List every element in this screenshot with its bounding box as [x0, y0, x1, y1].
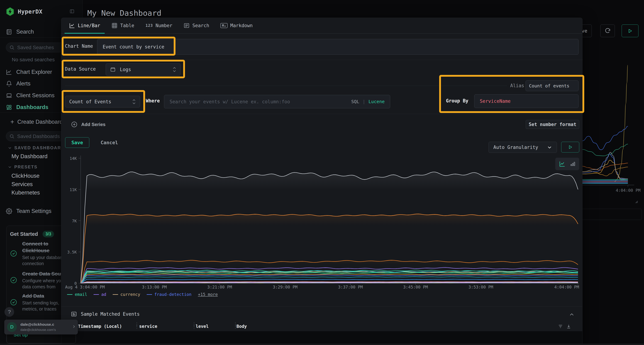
mode-separator: |	[362, 99, 365, 104]
sample-matched-events-title: Sample Matched Events	[81, 311, 140, 317]
legend-more-link[interactable]: +15 more	[198, 292, 218, 297]
legend-label: fraud-detection	[154, 292, 192, 297]
svg-text:3:45:00 PM: 3:45:00 PM	[403, 285, 428, 289]
legend-item-ad[interactable]: ad	[94, 292, 106, 297]
aggregation-value: Count of Events	[69, 99, 111, 104]
background-chart-time-label: 4:04:00 PM	[616, 188, 640, 193]
data-source-label: Data Source	[65, 66, 96, 72]
chevron-down-icon	[547, 145, 552, 150]
svg-text:3:21:00 PM: 3:21:00 PM	[207, 285, 232, 289]
tab-label: Markdown	[230, 23, 252, 28]
chevron-up-icon[interactable]	[569, 312, 574, 317]
plus-circle-icon	[71, 121, 78, 128]
add-series-label: Add Series	[81, 122, 106, 127]
run-chart-button[interactable]	[561, 142, 579, 152]
chart-name-label: Chart Name	[65, 43, 93, 49]
alias-value: Count of events	[529, 83, 570, 88]
logs-icon	[110, 67, 116, 72]
sql-mode-toggle[interactable]: SQL	[351, 99, 359, 104]
set-number-format-button[interactable]: Set number format	[526, 120, 579, 129]
where-label: Where	[146, 98, 160, 103]
cancel-button[interactable]: Cancel	[95, 137, 124, 148]
chart-name-input[interactable]: Event count by service	[97, 39, 578, 55]
svg-text:Aug 4 3:04:00 PM: Aug 4 3:04:00 PM	[65, 285, 105, 289]
column-settings-icon[interactable]	[558, 324, 563, 329]
help-label: ?	[8, 309, 11, 315]
column-separator: ⋮⋮	[192, 323, 196, 328]
svg-text:3:53:00 PM: 3:53:00 PM	[468, 285, 493, 289]
download-icon[interactable]	[566, 324, 571, 329]
column-header-service[interactable]: service	[139, 324, 157, 329]
group-by-label: Group By	[446, 98, 468, 103]
screen: My New Dashboard Save 4:04:00 PM HyperDX…	[0, 0, 644, 345]
tab-search[interactable]: Search	[179, 18, 214, 33]
tab-label: Line/Bar	[78, 23, 100, 28]
tile-resize-handle[interactable]	[635, 200, 638, 204]
svg-text:11K: 11K	[70, 188, 77, 192]
chart-editor-panel: Line/BarTable123NumberSearchM↓Markdown C…	[61, 18, 582, 345]
legend-item-currency[interactable]: currency	[113, 292, 140, 297]
chart-legend: emailadcurrencyfraud-detection+15 more	[67, 292, 218, 297]
group-by-input[interactable]: ServiceName	[474, 94, 578, 108]
add-series-button[interactable]: Add Series	[71, 121, 106, 128]
tab-label: Search	[192, 23, 209, 28]
svg-text:7K: 7K	[72, 219, 77, 223]
tab-label: Number	[156, 23, 172, 28]
divider	[61, 307, 582, 307]
user-subtitle: dale@clickhouse.com's	[20, 328, 56, 332]
legend-label: ad	[101, 292, 106, 297]
save-button[interactable]: Save	[65, 137, 89, 148]
list-icon	[71, 311, 77, 317]
avatar: D	[7, 322, 17, 332]
legend-item-email[interactable]: email	[67, 292, 87, 297]
data-source-value: Logs	[120, 67, 131, 72]
help-button[interactable]: ?	[4, 307, 14, 317]
tab-table[interactable]: Table	[107, 18, 139, 33]
granularity-select[interactable]: Auto Granularity	[488, 142, 557, 153]
column-header-body[interactable]: Body	[236, 324, 247, 329]
svg-text:14K: 14K	[70, 156, 77, 161]
granularity-value: Auto Granularity	[494, 145, 538, 150]
user-menu[interactable]: D dale@clickhouse.c dale@clickhouse.com'…	[4, 320, 78, 335]
group-by-value: ServiceName	[480, 98, 510, 104]
tab-label: Table	[120, 23, 134, 28]
select-chevrons-icon	[172, 66, 176, 73]
events-table-body	[61, 331, 582, 345]
column-header-timestamp-local-[interactable]: Timestamp (Local)	[78, 324, 122, 329]
divider	[61, 60, 583, 60]
legend-label: currency	[120, 292, 140, 297]
markdown-icon: M↓	[220, 23, 228, 28]
column-separator: ⋮⋮	[233, 323, 238, 328]
svg-text:3.5K: 3.5K	[67, 250, 77, 254]
chart-line-icon	[69, 22, 75, 28]
column-separator: ⋮⋮	[134, 323, 139, 328]
event-count-chart: 14K11K7K3.5K0Aug 4 3:04:00 PM3:13:00 PM3…	[61, 154, 583, 295]
legend-label: email	[75, 292, 87, 297]
tab-number[interactable]: 123Number	[141, 18, 177, 33]
number-123-icon: 123	[146, 23, 153, 28]
legend-item-fraud-detection[interactable]: fraud-detection	[147, 292, 192, 297]
legend-swatch	[147, 294, 152, 295]
alias-input[interactable]: Count of events	[526, 80, 578, 91]
data-source-select[interactable]: Logs	[106, 63, 180, 76]
sample-matched-events-header[interactable]: Sample Matched Events	[71, 311, 140, 317]
select-chevrons-icon	[132, 99, 136, 105]
window-bottom-strip	[0, 344, 644, 345]
list-search-icon	[184, 22, 190, 28]
tab-line-bar[interactable]: Line/Bar	[64, 18, 105, 33]
where-placeholder: Search your events w/ Lucene ex. column:…	[170, 99, 290, 104]
divider	[61, 114, 583, 114]
svg-text:3:13:00 PM: 3:13:00 PM	[142, 285, 167, 289]
legend-swatch	[67, 294, 72, 295]
tab-markdown[interactable]: M↓Markdown	[216, 18, 257, 33]
play-icon	[568, 145, 573, 150]
legend-swatch	[94, 294, 99, 295]
user-name: dale@clickhouse.c	[20, 322, 54, 327]
column-header-level[interactable]: level	[196, 324, 208, 329]
svg-text:3:29:00 PM: 3:29:00 PM	[273, 285, 298, 289]
where-search-input[interactable]: Search your events w/ Lucene ex. column:…	[164, 95, 390, 108]
table-icon	[112, 22, 118, 28]
chart-type-tabs: Line/BarTable123NumberSearchM↓Markdown	[61, 18, 582, 34]
aggregation-select[interactable]: Count of Events	[65, 96, 140, 107]
lucene-mode-toggle[interactable]: Lucene	[368, 99, 384, 104]
